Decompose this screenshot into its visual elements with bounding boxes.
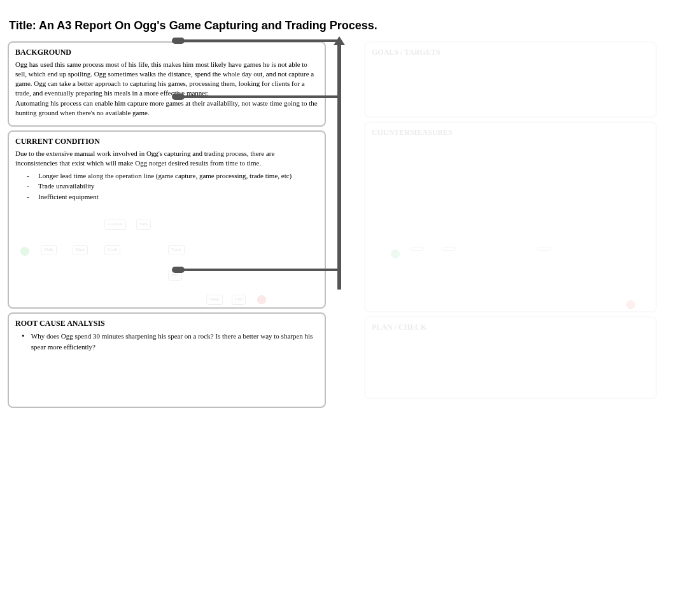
background-body: Ogg has used this same process most of h… [15, 60, 318, 118]
diagram-node: Skin [136, 220, 151, 229]
current-body: Due to the extensive manual work involve… [15, 149, 318, 301]
diagram-node: Eat [168, 270, 182, 280]
plan-check-panel: PLAN / CHECK [364, 316, 657, 399]
diagram-node: Cook [104, 245, 120, 255]
diagram-node: Hunt [73, 245, 88, 255]
counter-diagram [372, 141, 649, 269]
connector-line [337, 41, 341, 290]
end-node-icon [257, 295, 266, 304]
bullet-icon: • [15, 331, 31, 352]
panel-connectors [325, 38, 350, 330]
background-p2: Automating his process can enable him ca… [15, 99, 318, 118]
left-column: BACKGROUND Ogg has used this same proces… [8, 41, 326, 408]
diagram-node: Trade [168, 245, 185, 255]
current-intro: Due to the extensive manual work involve… [15, 149, 318, 168]
background-panel: BACKGROUND Ogg has used this same proces… [8, 41, 326, 127]
goals-heading: GOALS / TARGETS [372, 48, 649, 57]
diagram-node: Go back [104, 220, 126, 229]
background-heading: BACKGROUND [15, 48, 318, 57]
root-cause-panel: ROOT CAUSE ANALYSIS • Why does Ogg spend… [8, 312, 326, 408]
diagram-node: Sleep [206, 295, 223, 304]
current-item: - Trade unavailability [15, 181, 318, 192]
root-bullet-list: • Why does Ogg spend 30 minutes sharpeni… [15, 331, 318, 352]
title-prefix: Title: [9, 19, 39, 32]
current-heading: CURRENT CONDITION [15, 137, 318, 146]
current-list: - Longer lead time along the operation l… [15, 171, 318, 202]
root-heading: ROOT CAUSE ANALYSIS [15, 319, 318, 328]
dash-icon: - [15, 192, 38, 202]
page-title: Title: An A3 Report On Ogg's Game Captur… [8, 19, 668, 32]
plan-heading: PLAN / CHECK [372, 323, 649, 332]
two-column-layout: BACKGROUND Ogg has used this same proces… [8, 41, 668, 408]
current-item-text: Trade unavailability [38, 181, 95, 192]
current-condition-panel: CURRENT CONDITION Due to the extensive m… [8, 130, 326, 309]
countermeasures-panel: COUNTERMEASURES [364, 122, 657, 312]
root-bullet: • Why does Ogg spend 30 minutes sharpeni… [15, 331, 318, 352]
counter-heading: COUNTERMEASURES [372, 128, 649, 137]
diagram-node [537, 247, 551, 251]
connector-arrow-icon [334, 36, 345, 45]
current-item-text: Inefficient equipment [38, 192, 99, 202]
start-node-icon [20, 247, 29, 256]
current-item: - Longer lead time along the operation l… [15, 171, 318, 181]
dash-icon: - [15, 181, 38, 192]
end-node-icon [626, 300, 635, 309]
right-column: GOALS / TARGETS COUNTERMEASURES PLAN / C… [364, 41, 657, 408]
diagram-node [442, 247, 456, 251]
start-node-icon [391, 249, 400, 258]
title-text: An A3 Report On Ogg's Game Capturing and… [39, 19, 377, 32]
diagram-node [410, 247, 424, 251]
current-item-text: Longer lead time along the operation lin… [38, 171, 292, 181]
root-bullet-text: Why does Ogg spend 30 minutes sharpening… [31, 331, 318, 352]
diagram-node: Walk [41, 245, 57, 255]
process-diagram: Walk Hunt Go back Skin Cook Trade Eat Sl… [15, 206, 318, 301]
root-body: • Why does Ogg spend 30 minutes sharpeni… [15, 331, 318, 352]
dash-icon: - [15, 171, 38, 181]
goals-panel: GOALS / TARGETS [364, 41, 657, 118]
current-item: - Inefficient equipment [15, 192, 318, 202]
background-p1: Ogg has used this same process most of h… [15, 60, 318, 97]
diagram-node: End [232, 295, 246, 304]
